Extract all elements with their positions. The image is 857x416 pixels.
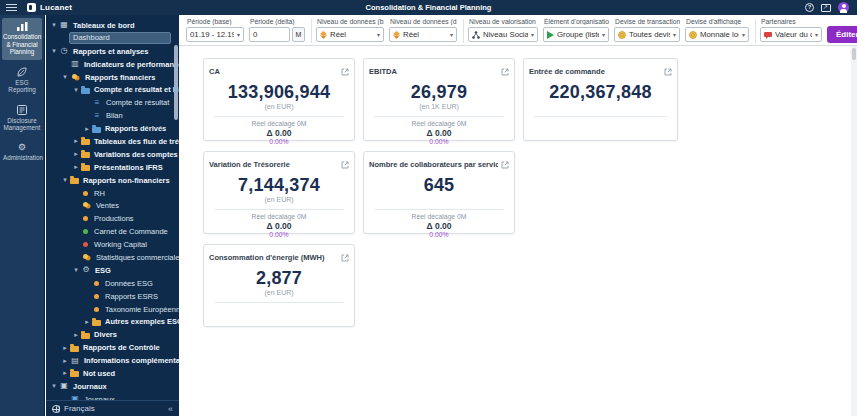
tree-item-label: Working Capital [94, 240, 147, 249]
tree-item-indicateurs-de-performance[interactable]: Indicateurs de performance [46, 58, 179, 71]
tree-item-carnet-de-commande[interactable]: Carnet de Commande [46, 225, 179, 238]
tree-item-donn-es-esg[interactable]: Données ESG [46, 277, 179, 290]
tree-item-statistiques-commerciales[interactable]: Statistiques commerciales [46, 251, 179, 264]
language-bar: Français « [46, 400, 179, 416]
data-level-icon [393, 31, 400, 39]
language-label[interactable]: Français [64, 404, 95, 413]
filter-periode-base: Période (base) 01.19 - 12.19 ▾ [186, 17, 244, 42]
user-avatar[interactable] [838, 2, 849, 13]
tree-item-rapports-esrs[interactable]: Rapports ESRS [46, 290, 179, 303]
rail-item-disclosure[interactable]: Disclosure Management [2, 101, 42, 136]
tree-item-rapports-financiers[interactable]: ▾Rapports financiers [46, 71, 179, 84]
tree-item-compte-de-r-sultat-et-bilan[interactable]: ▾Compte de résultat et Bilan [46, 83, 179, 96]
statement-icon [92, 112, 102, 120]
partenaires-select[interactable]: Valeur du co... ▾ [760, 27, 822, 42]
folder-yellow-icon [81, 139, 90, 145]
tree-item-label: ESG [95, 266, 111, 275]
gear-icon [81, 266, 91, 274]
kpi-card-consommation-energie: Consommation d'énergie (MWH) 2,877 (en E… [203, 244, 355, 327]
chevron-down-icon[interactable]: ▾ [72, 86, 80, 94]
tree-item-rapports-d-riv-s[interactable]: ▸Rapports dérivés [46, 122, 179, 135]
open-window-icon[interactable] [821, 4, 831, 12]
open-report-icon[interactable] [501, 155, 509, 173]
tree-item-variations-des-comptes-de[interactable]: ▸Variations des comptes de... [46, 148, 179, 161]
tree-item-rapports-non-financiers[interactable]: ▾Rapports non-financiers [46, 174, 179, 187]
tree-item-tableaux-des-flux-de-tr-sore[interactable]: ▸Tableaux des flux de trésore... [46, 135, 179, 148]
chevron-down-icon[interactable]: ▾ [50, 47, 58, 55]
kpi-delta: Δ 0.00 [369, 221, 509, 231]
filter-bar: Période (base) 01.19 - 12.19 ▾ Période (… [179, 15, 857, 46]
tree-item-tableaux-de-bord[interactable]: ▾Tableaux de bord [46, 19, 179, 32]
tree-item-taxonomie-europ-enne[interactable]: Taxonomie Européenne [46, 303, 179, 316]
open-report-icon[interactable] [341, 155, 349, 173]
chevron-down-icon[interactable]: ▾ [61, 176, 69, 184]
dot-orange-icon [94, 281, 99, 286]
chevron-right-icon[interactable]: ▸ [72, 331, 80, 339]
edit-button[interactable]: Éditer [827, 26, 857, 43]
kpi-value: 645 [369, 175, 509, 196]
devise-transaction-select[interactable]: Toutes devis... ▾ [614, 27, 680, 42]
tree-item-rapports-de-contr-le[interactable]: ▸Rapports de Contrôle [46, 341, 179, 354]
tree-item-dashboard[interactable]: Dashboard [46, 32, 179, 45]
tree-item-pr-sentations-ifrs[interactable]: ▸Présentations IFRS [46, 161, 179, 174]
valorisation-select[interactable]: Niveau Social ▾ [468, 27, 538, 42]
data-level-delta-select[interactable]: Réel ▾ [389, 27, 457, 42]
periode-base-select[interactable]: 01.19 - 12.19 ▾ [186, 27, 244, 42]
open-report-icon[interactable] [341, 62, 349, 80]
chevron-right-icon[interactable]: ▸ [72, 150, 80, 158]
kpi-delta: Δ 0.00 [369, 128, 509, 138]
devise-affichage-select[interactable]: Monnaie loc... ▾ [685, 27, 749, 42]
chevron-down-icon[interactable]: ▾ [50, 21, 58, 29]
main-scrollbar[interactable] [851, 46, 857, 416]
hierarchy-icon [472, 31, 480, 39]
tree-item-label: Carnet de Commande [94, 227, 168, 236]
tree-item-label: Informations complémentaires [84, 356, 179, 365]
collapse-sidebar-icon[interactable]: « [168, 404, 173, 414]
divider [214, 302, 344, 303]
chevron-right-icon[interactable]: ▸ [72, 163, 80, 171]
kpi-unit: (en 1K EUR) [369, 103, 509, 112]
tree-item-bilan[interactable]: Bilan [46, 109, 179, 122]
coins-icon [83, 254, 88, 259]
tree-item-journaux[interactable]: ▾Journaux [46, 380, 179, 393]
tree-item-ventes[interactable]: Ventes [46, 199, 179, 212]
tree-item-informations-compl-mentaires[interactable]: ▸Informations complémentaires [46, 354, 179, 367]
tree-item-autres-exemples-esg[interactable]: ▸Autres exemples ESG [46, 315, 179, 328]
delta-unit-button[interactable]: M [292, 27, 305, 42]
chevron-down-icon[interactable]: ▾ [61, 73, 69, 81]
chevron-down-icon[interactable]: ▾ [72, 266, 80, 274]
tree-item-not-used[interactable]: ▸Not used [46, 367, 179, 380]
divider [214, 116, 344, 117]
chevron-right-icon[interactable]: ▸ [83, 318, 91, 326]
periode-delta-input[interactable]: 0 [249, 27, 290, 42]
filter-devise-affichage: Devise d'affichage Monnaie loc... ▾ [685, 17, 749, 42]
tree-scrollbar[interactable] [174, 45, 178, 120]
kpi-unit [369, 196, 509, 205]
chevron-right-icon[interactable]: ▸ [61, 344, 69, 352]
kpi-unit [529, 103, 672, 112]
rail-item-esg-reporting[interactable]: ESG Reporting [2, 63, 42, 98]
tree-item-divers[interactable]: ▸Divers [46, 328, 179, 341]
organisation-select[interactable]: Groupe (liste) ▾ [543, 27, 609, 42]
chevron-right-icon[interactable]: ▸ [61, 357, 69, 365]
tree-item-working-capital[interactable]: Working Capital [46, 238, 179, 251]
kpi-delta-percent [529, 138, 672, 146]
tree-item-productions[interactable]: Productions [46, 212, 179, 225]
tree-item-esg[interactable]: ▾ESG [46, 264, 179, 277]
chevron-right-icon[interactable]: ▸ [72, 137, 80, 145]
chevron-down-icon: ▾ [742, 31, 745, 38]
chevron-right-icon[interactable]: ▸ [61, 369, 69, 377]
open-report-icon[interactable] [341, 248, 349, 266]
open-report-icon[interactable] [664, 62, 672, 80]
rail-item-consolidation[interactable]: Consolidation & Financial Planning [2, 18, 42, 60]
coins-icon [72, 74, 77, 79]
kpi-card-ebitda: EBITDA 26,979 (en 1K EUR) Réel décalage … [363, 58, 515, 141]
data-level-base-select[interactable]: Réel ▾ [316, 27, 384, 42]
chevron-right-icon[interactable]: ▸ [83, 125, 91, 133]
rail-item-administration[interactable]: ⚙ Administration [2, 139, 42, 166]
tree-item-compte-de-r-sultat[interactable]: Compte de résultat [46, 96, 179, 109]
tree-item-rh[interactable]: RH [46, 187, 179, 200]
open-report-icon[interactable] [501, 62, 509, 80]
tree-item-rapports-et-analyses[interactable]: ▾Rapports et analyses [46, 45, 179, 58]
chevron-down-icon[interactable]: ▾ [50, 382, 58, 390]
